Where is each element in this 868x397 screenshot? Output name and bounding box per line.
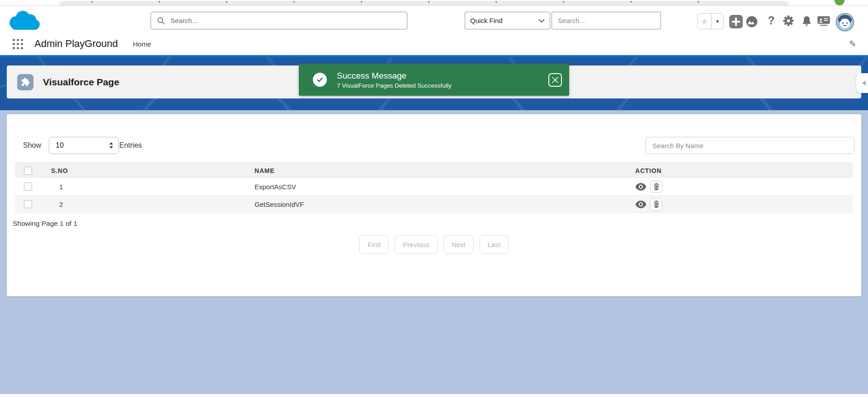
favorites-caret-icon[interactable]: ▼ [711,14,723,29]
tab-home[interactable]: Home [133,40,151,48]
column-header-action: ACTION [631,167,853,174]
monitor-icon [817,16,830,26]
table-row: 1 ExportAsCSV [15,178,853,196]
table-controls: Show Entries [23,137,854,155]
stepper-down-icon[interactable] [109,146,113,149]
delete-button[interactable] [650,198,662,210]
column-header-sno: S.NO [47,167,252,174]
chevron-down-icon [538,19,545,23]
main-card: Show Entries S.NO NAME ACTION 1 E [7,114,861,296]
question-mark-icon: ? [768,14,774,27]
global-actions-button[interactable] [729,15,743,28]
row-name: ExportAsCSV [252,183,631,191]
quick-find-search-input[interactable] [552,12,661,29]
last-page-button[interactable]: Last [480,235,509,254]
show-label: Show [23,141,41,149]
trash-icon [653,183,660,190]
bottom-edge-strip [0,394,868,397]
row-name: GetSessionIdVF [252,201,631,208]
view-button[interactable] [635,201,646,208]
browser-profile-dot [835,0,844,5]
star-icon[interactable]: ★ [698,14,711,29]
browser-tab-fragment-left [4,0,24,5]
quick-find-select[interactable]: Quick Find [465,12,550,29]
favorites-split-button[interactable]: ★ ▼ [697,13,724,29]
browser-url-text-fragment [91,1,733,3]
eye-icon [635,183,646,191]
page-title: Visualforce Page [43,77,119,88]
app-launcher-icon[interactable] [13,39,25,51]
global-header: Quick Find ★ ▼ ? [0,6,868,34]
side-panel-toggle[interactable] [856,73,868,93]
arrow-left-icon [862,80,866,86]
user-avatar[interactable] [835,13,854,32]
assistant-button[interactable] [817,16,830,26]
select-row-checkbox[interactable] [24,182,32,191]
trash-icon [653,201,660,208]
column-header-name: NAME [252,167,631,174]
notifications-button[interactable] [801,15,812,27]
plus-icon [729,15,743,28]
pagination: First Previous Next Last [7,235,861,254]
puzzle-icon [21,77,30,87]
toast-message: 7 VisualForce Pages Deleted Successfully [337,82,538,89]
search-by-name-input[interactable] [645,137,854,154]
toast-close-button[interactable] [548,73,562,87]
guidance-center-button[interactable] [745,15,758,28]
vf-pages-table: S.NO NAME ACTION 1 ExportAsCSV [15,163,853,213]
pagination-status: Showing Page 1 of 1 [13,220,77,228]
close-icon [552,76,559,84]
success-check-icon [313,73,327,87]
app-name: Admin PlayGround [34,38,118,50]
delete-button[interactable] [650,181,662,193]
success-toast: Success Message 7 VisualForce Pages Dele… [299,64,569,96]
browser-strip [0,0,868,6]
eye-icon [635,201,646,208]
quick-find-value: Quick Find [470,17,503,24]
toast-body: Success Message 7 VisualForce Pages Dele… [337,71,538,89]
table-header-row: S.NO NAME ACTION [15,163,853,178]
next-page-button[interactable]: Next [443,235,474,254]
bell-icon [801,15,812,27]
previous-page-button[interactable]: Previous [395,235,437,254]
gear-icon [782,14,795,27]
entries-label: Entries [119,141,142,149]
page-size-input[interactable] [55,141,102,150]
astro-avatar-icon [835,13,854,32]
setup-button[interactable] [782,14,795,27]
select-row-checkbox[interactable] [24,200,32,208]
help-button[interactable]: ? [766,14,777,27]
global-search[interactable] [151,12,407,29]
stepper-arrows[interactable] [109,142,113,149]
app-nav-bar: Admin PlayGround Home ✎ [0,34,868,57]
row-sno: 2 [47,201,252,208]
table-row: 2 GetSessionIdVF [15,196,853,213]
stepper-up-icon[interactable] [109,142,113,145]
salesforce-logo[interactable] [7,8,42,33]
row-sno: 1 [47,183,252,191]
page-size-stepper[interactable] [49,137,119,154]
view-button[interactable] [635,183,646,191]
first-page-button[interactable]: First [359,235,389,254]
trailhead-icon [745,15,758,28]
cloud-icon [7,8,42,33]
select-all-checkbox[interactable] [24,167,32,175]
search-icon [157,17,165,25]
toast-title: Success Message [337,71,538,81]
visualforce-page-icon [17,74,33,90]
browser-address-bar-fragment [60,1,788,5]
salesforce-app-screen: Quick Find ★ ▼ ? [0,0,868,397]
edit-pencil-icon[interactable]: ✎ [849,39,856,49]
global-search-input[interactable] [170,16,401,25]
